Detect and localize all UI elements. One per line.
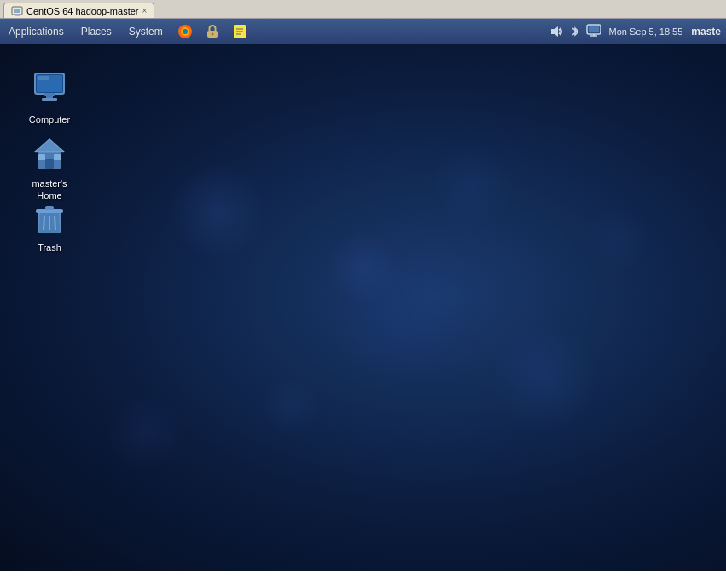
svg-rect-14 [589,26,599,32]
svg-rect-32 [45,206,54,210]
svg-point-7 [211,32,213,35]
svg-marker-24 [34,138,65,152]
firefox-icon [177,24,193,39]
browser-tab[interactable]: CentOS 64 hadoop-master × [3,3,154,18]
home-svg [29,133,70,174]
svg-rect-20 [38,76,49,80]
computer-icon-image [29,69,70,110]
lock-icon [205,24,220,39]
svg-rect-2 [15,15,20,16]
lock-launcher[interactable] [204,23,221,40]
trash-label: Trash [38,242,61,253]
notes-launcher[interactable] [231,23,248,40]
places-menu[interactable]: Places [78,24,115,39]
svg-marker-12 [551,26,558,37]
trash-svg [29,197,70,238]
computer-label: Computer [29,114,70,125]
tab-close-button[interactable]: × [142,6,147,15]
svg-rect-1 [14,9,20,13]
network-symbol [586,24,601,39]
user-display: maste [691,26,721,38]
trash-icon-image [29,197,70,238]
svg-rect-27 [38,154,45,160]
computer-icon[interactable]: Computer [15,66,84,129]
firefox-launcher[interactable] [177,23,194,40]
svg-rect-28 [54,154,61,160]
svg-rect-26 [45,159,54,169]
clock-display: Mon Sep 5, 18:55 [608,26,682,37]
svg-rect-22 [42,98,57,101]
speaker-icon [549,25,563,38]
taskbar: Applications Places System [0,19,726,44]
system-menu[interactable]: System [125,24,166,39]
svg-rect-23 [44,93,55,96]
bluetooth-icon[interactable] [567,24,583,39]
taskbar-right: Mon Sep 5, 18:55 maste [549,19,726,44]
bluetooth-symbol [569,26,581,38]
desktop: Applications Places System [0,19,726,571]
home-icon-image [29,133,70,174]
svg-point-5 [183,29,188,34]
notes-icon [232,24,247,39]
computer-svg [29,69,70,110]
svg-line-33 [44,216,44,230]
taskbar-left: Applications Places System [5,23,248,40]
svg-line-35 [55,216,55,230]
network-icon[interactable] [586,24,601,39]
tab-bar: CentOS 64 hadoop-master × [0,0,726,19]
tab-label: CentOS 64 hadoop-master [26,6,138,16]
applications-menu[interactable]: Applications [5,24,67,39]
volume-icon[interactable] [549,24,564,39]
trash-icon[interactable]: Trash [15,194,84,257]
tab-icon [11,5,23,17]
